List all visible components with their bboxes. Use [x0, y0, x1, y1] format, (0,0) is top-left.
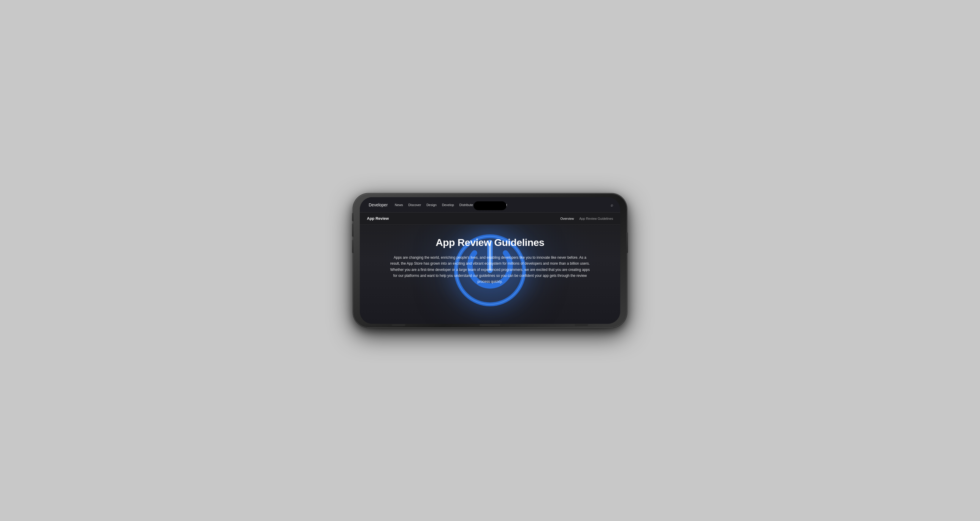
scene: Developer News Discover Design Develop D…: [347, 185, 633, 336]
nav-link-news[interactable]: News: [395, 203, 403, 207]
mute-switch: [352, 213, 353, 221]
search-icon[interactable]: ⌕: [611, 202, 613, 207]
phone-frame: Developer News Discover Design Develop D…: [353, 194, 627, 327]
sub-navigation: App Review Overview App Review Guideline…: [360, 213, 620, 225]
nav-link-develop[interactable]: Develop: [442, 203, 454, 207]
hero-body: Apps are changing the world, enriching p…: [389, 255, 591, 285]
nav-link-distribute[interactable]: Distribute: [460, 203, 473, 207]
website-content: Developer News Discover Design Develop D…: [360, 197, 620, 324]
phone-screen: Developer News Discover Design Develop D…: [360, 197, 620, 324]
power-button: [627, 232, 628, 253]
nav-link-discover[interactable]: Discover: [408, 203, 421, 207]
sub-nav-link-guidelines[interactable]: App Review Guidelines: [579, 217, 613, 220]
sub-nav-link-overview[interactable]: Overview: [560, 217, 574, 220]
nav-logo-text: Developer: [369, 202, 388, 207]
dynamic-island: [474, 201, 506, 210]
main-content: App Review Guidelines Apps are changing …: [360, 225, 620, 324]
speaker-left: [392, 324, 405, 326]
speaker-right: [575, 324, 588, 326]
sub-nav-title: App Review: [367, 216, 560, 221]
lightning-connector: [480, 324, 500, 326]
volume-up-button: [352, 223, 353, 237]
nav-link-design[interactable]: Design: [426, 203, 436, 207]
sub-nav-links: Overview App Review Guidelines: [560, 217, 613, 220]
volume-down-button: [352, 240, 353, 253]
hero-title: App Review Guidelines: [378, 236, 602, 249]
nav-logo[interactable]: Developer: [367, 202, 388, 207]
